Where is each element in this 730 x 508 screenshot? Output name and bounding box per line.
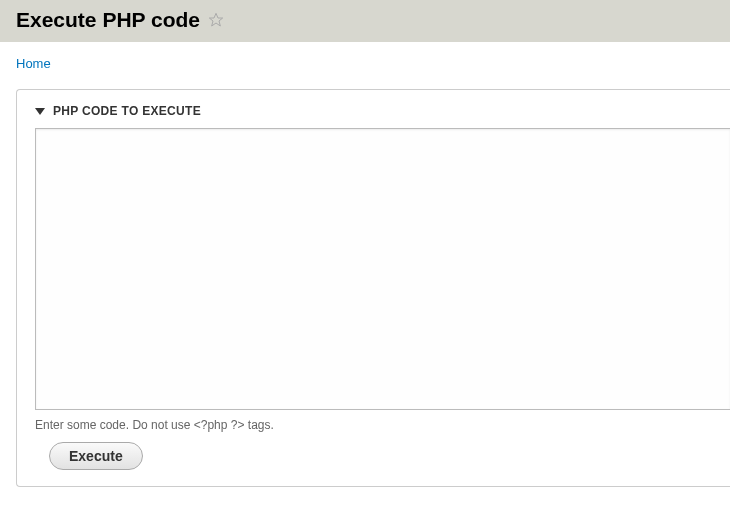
breadcrumb-home-link[interactable]: Home xyxy=(16,56,51,71)
help-text: Enter some code. Do not use <?php ?> tag… xyxy=(35,418,730,432)
execute-button[interactable]: Execute xyxy=(49,442,143,470)
breadcrumb: Home xyxy=(0,42,730,85)
svg-marker-0 xyxy=(209,13,222,26)
header-bar: Execute PHP code xyxy=(0,0,730,42)
fieldset-legend[interactable]: PHP CODE TO EXECUTE xyxy=(35,104,730,118)
chevron-down-icon xyxy=(35,108,45,115)
star-icon[interactable] xyxy=(208,12,224,28)
fieldset-legend-text: PHP CODE TO EXECUTE xyxy=(53,104,201,118)
php-code-fieldset: PHP CODE TO EXECUTE Enter some code. Do … xyxy=(16,89,730,487)
php-code-textarea[interactable] xyxy=(35,128,730,410)
page-title: Execute PHP code xyxy=(16,8,200,32)
